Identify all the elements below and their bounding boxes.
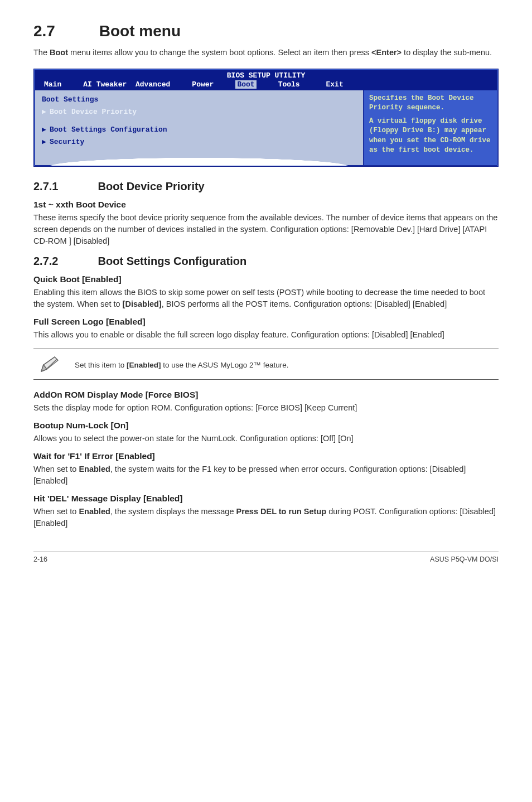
triangle-icon: ▶ [42, 124, 50, 136]
body-bold: Press DEL to run Setup [236, 507, 326, 516]
bios-item-security: ▶Security [42, 136, 356, 148]
bios-item-label: Boot Settings Configuration [50, 125, 167, 134]
bios-tab-advanced: Advanced [136, 80, 170, 89]
bios-item-label: Security [50, 138, 84, 146]
subsection-number: 2.7.2 [33, 255, 58, 267]
bios-tab-main: Main [44, 80, 61, 89]
body-bold: Enabled [79, 465, 110, 474]
body-text: When set to [33, 507, 79, 516]
bios-item-boot-device-priority: ▶Boot Device Priority [42, 106, 356, 118]
body-bold: Enabled [79, 507, 110, 516]
bios-tab-boot: Boot [235, 80, 256, 89]
bios-torn-edge [35, 153, 363, 166]
pencil-icon [38, 355, 62, 375]
bios-item-boot-settings-config: ▶Boot Settings Configuration [42, 124, 356, 136]
bios-tab-bar: Main AI Tweaker Advanced Power Boot Tool… [35, 80, 497, 90]
bios-help-text: A virtual floppy disk drive (Floppy Driv… [369, 117, 491, 156]
note-bold: [Enabled] [127, 361, 161, 369]
bios-left-pane: Boot Settings ▶Boot Device Priority ▶Boo… [35, 90, 363, 165]
section-heading: 2.7 Boot menu [33, 22, 499, 40]
note-text: Set this item to [Enabled] to use the AS… [75, 361, 288, 369]
bios-tab-exit: Exit [326, 80, 343, 89]
sub-heading: AddOn ROM Display Mode [Force BIOS] [33, 390, 499, 400]
triangle-icon: ▶ [42, 136, 50, 148]
subsection-number: 2.7.1 [33, 180, 58, 192]
sub-heading: Quick Boot [Enabled] [33, 274, 499, 284]
bios-help-text: Specifies the Boot Device Priority seque… [369, 94, 491, 113]
page-number: 2-16 [33, 555, 47, 563]
note-divider [33, 379, 499, 380]
section-intro: The Boot menu items allow you to change … [33, 47, 499, 59]
bios-tab-power: Power [192, 80, 214, 89]
intro-text: menu items allow you to change the syste… [68, 48, 371, 57]
sub-heading: 1st ~ xxth Boot Device [33, 200, 499, 210]
bios-screenshot: BIOS SETUP UTILITY Main AI Tweaker Advan… [33, 69, 499, 167]
sub-heading: Full Screen Logo [Enabled] [33, 317, 499, 327]
body-paragraph: These items specify the boot device prio… [33, 212, 499, 247]
sub-heading: Wait for 'F1' If Error [Enabled] [33, 451, 499, 461]
body-paragraph: When set to Enabled, the system displays… [33, 506, 499, 529]
note-text-part: Set this item to [75, 361, 127, 369]
note-block: Set this item to [Enabled] to use the AS… [33, 349, 499, 380]
body-text: , BIOS performs all the POST items. Conf… [162, 299, 447, 308]
subsection-heading: 2.7.1 Boot Device Priority [33, 180, 499, 193]
bios-help-pane: Specifies the Boot Device Priority seque… [363, 90, 497, 165]
note-text-part: to use the ASUS MyLogo 2™ feature. [161, 361, 289, 369]
sub-heading: Hit 'DEL' Message Display [Enabled] [33, 494, 499, 504]
bios-body: Boot Settings ▶Boot Device Priority ▶Boo… [35, 90, 497, 165]
body-text: When set to [33, 465, 79, 474]
body-bold: [Disabled] [123, 299, 162, 308]
triangle-icon: ▶ [42, 106, 50, 118]
bios-header: BIOS SETUP UTILITY [35, 70, 497, 80]
body-paragraph: Sets the display mode for option ROM. Co… [33, 402, 499, 414]
intro-text: The [33, 48, 50, 57]
subsection-title: Boot Device Priority [98, 180, 205, 192]
subsection-title: Boot Settings Configuration [98, 255, 247, 267]
body-text: , the system displays the message [110, 507, 236, 516]
section-number: 2.7 [33, 22, 55, 40]
intro-bold-boot: Boot [50, 48, 68, 57]
note-divider [33, 349, 499, 349]
bios-item-label: Boot Device Priority [50, 108, 137, 116]
intro-text: to display the sub-menu. [402, 48, 492, 57]
body-paragraph: Allows you to select the power-on state … [33, 433, 499, 445]
section-title-text: Boot menu [99, 22, 181, 40]
page-footer: 2-16 ASUS P5Q-VM DO/SI [33, 552, 499, 563]
subsection-heading: 2.7.2 Boot Settings Configuration [33, 255, 499, 268]
bios-settings-title: Boot Settings [42, 94, 356, 106]
bios-tab-ai: AI Tweaker [83, 80, 127, 89]
intro-bold-enter: <Enter> [371, 48, 402, 57]
bios-tab-tools: Tools [278, 80, 300, 89]
body-paragraph: This allows you to enable or disable the… [33, 329, 499, 341]
footer-model: ASUS P5Q-VM DO/SI [430, 555, 499, 563]
body-paragraph: Enabling this item allows the BIOS to sk… [33, 287, 499, 310]
sub-heading: Bootup Num-Lock [On] [33, 421, 499, 431]
body-paragraph: When set to Enabled, the system waits fo… [33, 463, 499, 487]
